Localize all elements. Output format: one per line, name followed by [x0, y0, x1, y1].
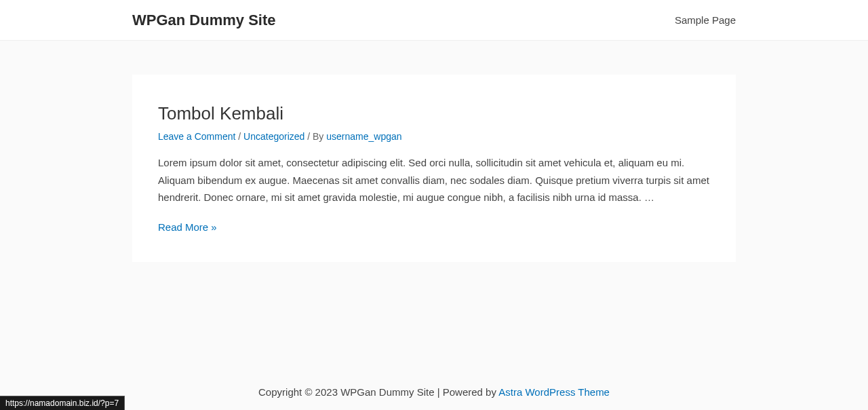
copyright-text: Copyright © 2023 WPGan Dummy Site | Powe…	[258, 386, 498, 398]
post-title[interactable]: Tombol Kembali	[158, 103, 710, 124]
nav-sample-page[interactable]: Sample Page	[675, 14, 736, 26]
meta-separator: /	[238, 131, 243, 142]
author-link[interactable]: username_wpgan	[326, 131, 401, 142]
category-link[interactable]: Uncategorized	[243, 131, 304, 142]
content-area: Tombol Kembali Leave a Comment / Uncateg…	[0, 41, 868, 262]
post-title-text: Tombol Kembali	[158, 103, 283, 124]
site-header: WPGan Dummy Site Sample Page	[0, 0, 868, 41]
post-card: Tombol Kembali Leave a Comment / Uncateg…	[132, 75, 736, 262]
read-more-link[interactable]: Read More »	[158, 221, 217, 233]
post-excerpt: Lorem ipsum dolor sit amet, consectetur …	[158, 154, 710, 206]
site-footer: Copyright © 2023 WPGan Dummy Site | Powe…	[0, 386, 868, 398]
leave-comment-link[interactable]: Leave a Comment	[158, 131, 235, 142]
post-meta: Leave a Comment / Uncategorized / By use…	[158, 131, 710, 142]
browser-status-bar: https://namadomain.biz.id/?p=7	[0, 396, 125, 410]
site-title[interactable]: WPGan Dummy Site	[132, 12, 275, 29]
theme-link[interactable]: Astra WordPress Theme	[498, 386, 610, 398]
meta-by: / By	[307, 131, 326, 142]
